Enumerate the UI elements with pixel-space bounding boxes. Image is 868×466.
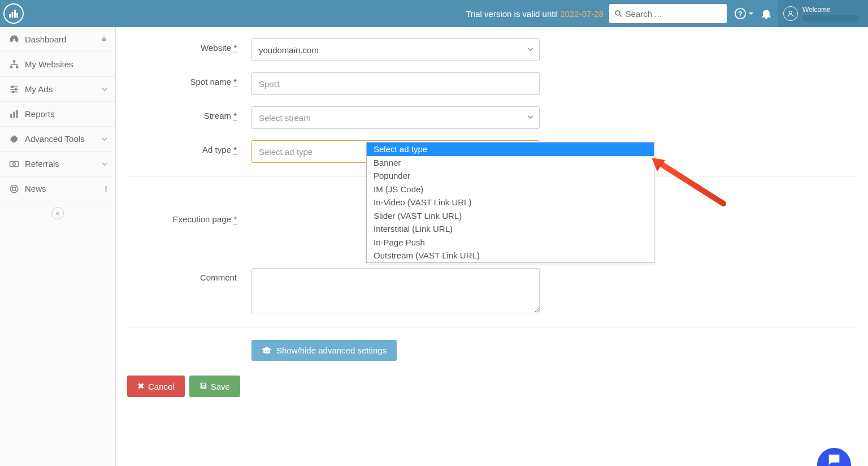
- cancel-label: Cancel: [148, 382, 175, 391]
- dashboard-icon: [8, 34, 20, 45]
- welcome-username: [802, 15, 859, 21]
- svg-rect-13: [16, 66, 19, 68]
- sliders-icon: [8, 84, 20, 94]
- trial-text: Trial version is valid until 2022-07-28: [466, 9, 604, 19]
- svg-line-30: [11, 190, 13, 192]
- sidebar-item-label: Dashboard: [25, 34, 101, 44]
- stream-label: Stream *: [127, 106, 251, 120]
- website-label: Website *: [127, 38, 251, 53]
- notifications-button[interactable]: [755, 0, 778, 27]
- sidebar: Dashboard My Websites My Ads Reports Adv…: [0, 27, 116, 466]
- avatar: [783, 6, 798, 21]
- sidebar-item-dashboard[interactable]: Dashboard: [0, 27, 115, 52]
- adtype-option[interactable]: Popunder: [367, 169, 654, 183]
- search-box[interactable]: [609, 4, 727, 23]
- adtype-option[interactable]: IM (JS Code): [367, 183, 654, 196]
- lifebuoy-icon: [8, 184, 20, 194]
- gear-icon: [8, 134, 20, 144]
- svg-point-19: [12, 91, 14, 93]
- divider: [127, 327, 857, 327]
- adtype-option[interactable]: Select ad type: [367, 143, 654, 156]
- svg-point-8: [789, 11, 792, 14]
- svg-point-25: [13, 162, 16, 165]
- search-input[interactable]: [626, 9, 721, 19]
- adtype-placeholder: Select ad type: [259, 147, 313, 157]
- chevron-down-icon: [102, 84, 107, 94]
- logo[interactable]: [0, 0, 27, 27]
- svg-rect-3: [16, 13, 18, 18]
- bar-chart-icon: [8, 109, 20, 119]
- svg-point-27: [12, 187, 16, 191]
- sidebar-item-news[interactable]: News !: [0, 176, 115, 201]
- adtype-dropdown-list: Select ad typeBannerPopunderIM (JS Code)…: [366, 142, 654, 263]
- svg-point-17: [12, 86, 14, 88]
- execution-page-label: Execution page *: [127, 210, 251, 224]
- main: Website * youdomain.com Spot name * Stre…: [116, 27, 868, 466]
- sitemap-icon: [8, 59, 20, 70]
- adtype-option[interactable]: In-Page Push: [367, 236, 654, 249]
- money-icon: [8, 159, 20, 169]
- user-menu[interactable]: Welcome: [778, 0, 868, 27]
- svg-point-18: [15, 88, 17, 90]
- sidebar-item-label: Referrals: [25, 159, 102, 169]
- help-button[interactable]: ?: [732, 0, 755, 27]
- exclaim-icon: !: [105, 184, 107, 193]
- search-icon: [615, 10, 622, 18]
- adtype-option[interactable]: In-Video (VAST Link URL): [367, 196, 654, 209]
- svg-rect-11: [13, 60, 16, 62]
- arrow-annotation: [647, 156, 732, 214]
- sidebar-item-label: My Ads: [25, 84, 102, 94]
- stream-placeholder: Select stream: [259, 113, 311, 123]
- svg-line-31: [15, 185, 17, 187]
- sidebar-item-label: Reports: [25, 109, 107, 119]
- adtype-option[interactable]: Interstitial (Link URL): [367, 222, 654, 236]
- chevron-down-icon: [102, 134, 107, 144]
- chevron-down-icon: [102, 159, 107, 169]
- svg-rect-0: [9, 14, 11, 18]
- stream-select[interactable]: Select stream: [251, 106, 540, 129]
- sidebar-item-label: My Websites: [25, 59, 107, 69]
- chevron-down-icon: [528, 114, 533, 122]
- save-button[interactable]: Save: [189, 376, 240, 397]
- show-advanced-button[interactable]: Show/hide advanced settings: [251, 340, 397, 361]
- save-label: Save: [211, 382, 230, 391]
- sidebar-item-reports[interactable]: Reports: [0, 102, 115, 127]
- chat-widget[interactable]: [817, 448, 851, 466]
- spot-name-input[interactable]: [259, 79, 532, 89]
- sidebar-item-websites[interactable]: My Websites: [0, 52, 115, 77]
- lock-icon: [101, 34, 107, 44]
- spot-name-field[interactable]: [251, 72, 540, 95]
- svg-line-29: [15, 190, 17, 192]
- svg-line-5: [619, 15, 622, 17]
- adtype-label: Ad type *: [127, 140, 251, 154]
- save-icon: [199, 382, 207, 391]
- adtype-option[interactable]: Banner: [367, 156, 654, 170]
- svg-point-9: [14, 38, 15, 40]
- spot-name-label: Spot name *: [127, 72, 251, 87]
- sidebar-item-ads[interactable]: My Ads: [0, 77, 115, 102]
- welcome-label: Welcome: [802, 6, 859, 14]
- website-value: youdomain.com: [259, 45, 319, 55]
- comment-textarea[interactable]: [251, 268, 540, 313]
- chevron-down-icon: [528, 46, 533, 54]
- chat-icon: [826, 452, 842, 466]
- chevron-down-icon: [749, 12, 753, 15]
- collapse-icon: «: [51, 207, 64, 219]
- svg-rect-22: [16, 110, 18, 118]
- svg-rect-20: [10, 114, 12, 118]
- svg-rect-21: [14, 111, 15, 118]
- graduation-icon: [262, 347, 272, 355]
- svg-point-4: [615, 11, 620, 15]
- collapse-toggle[interactable]: «: [0, 201, 115, 225]
- adtype-option[interactable]: Outstream (VAST Link URL): [367, 249, 654, 262]
- svg-rect-24: [10, 161, 19, 166]
- adtype-option[interactable]: Slider (VAST Link URL): [367, 209, 654, 223]
- website-select[interactable]: youdomain.com: [251, 38, 540, 61]
- svg-rect-1: [12, 12, 14, 18]
- header: Trial version is valid until 2022-07-28 …: [0, 0, 868, 27]
- show-advanced-label: Show/hide advanced settings: [276, 346, 387, 355]
- sidebar-item-referrals[interactable]: Referrals: [0, 152, 115, 176]
- svg-rect-10: [102, 38, 106, 41]
- cancel-button[interactable]: ✖ Cancel: [127, 376, 185, 397]
- sidebar-item-advanced[interactable]: Advanced Tools: [0, 127, 115, 152]
